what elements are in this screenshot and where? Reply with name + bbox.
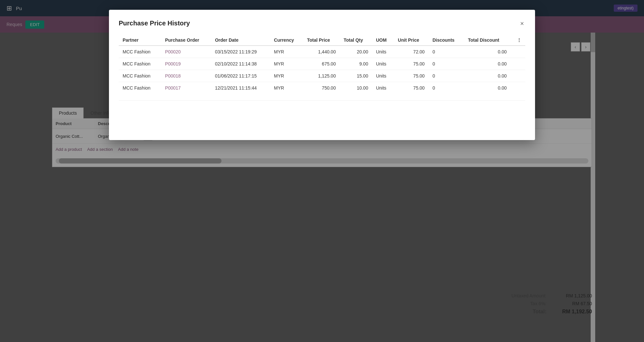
cell-total-price: 1,125.00 bbox=[303, 70, 340, 82]
modal-close-button[interactable]: × bbox=[519, 20, 525, 27]
cell-total-price: 1,440.00 bbox=[303, 46, 340, 58]
cell-partner: MCC Fashion bbox=[119, 46, 161, 58]
cell-total-qty: 9.00 bbox=[340, 58, 372, 70]
cell-currency: MYR bbox=[270, 46, 303, 58]
modal-header: Purchase Price History × bbox=[119, 20, 525, 27]
cell-purchase-order[interactable]: P00019 bbox=[161, 58, 211, 70]
cell-unit-price: 75.00 bbox=[394, 82, 428, 94]
table-header-row: Partner Purchase Order Order Date Curren… bbox=[119, 35, 525, 46]
table-row: MCC Fashion P00019 02/10/2022 11:14:38 M… bbox=[119, 58, 525, 70]
cell-total-qty: 20.00 bbox=[340, 46, 372, 58]
cell-uom: Units bbox=[372, 46, 394, 58]
cell-more bbox=[511, 46, 525, 58]
col-total-discount: Total Discount bbox=[464, 35, 511, 46]
cell-total-qty: 10.00 bbox=[340, 82, 372, 94]
cell-purchase-order[interactable]: P00020 bbox=[161, 46, 211, 58]
cell-discounts: 0 bbox=[429, 46, 464, 58]
cell-currency: MYR bbox=[270, 70, 303, 82]
col-unit-price: Unit Price bbox=[394, 35, 428, 46]
col-order-date: Order Date bbox=[211, 35, 270, 46]
cell-more bbox=[511, 82, 525, 94]
cell-partner: MCC Fashion bbox=[119, 58, 161, 70]
col-currency: Currency bbox=[270, 35, 303, 46]
price-history-table: Partner Purchase Order Order Date Curren… bbox=[119, 35, 525, 94]
modal-footer bbox=[119, 100, 525, 101]
col-partner: Partner bbox=[119, 35, 161, 46]
cell-total-price: 675.00 bbox=[303, 58, 340, 70]
col-uom: UOM bbox=[372, 35, 394, 46]
col-total-qty: Total Qty bbox=[340, 35, 372, 46]
cell-uom: Units bbox=[372, 82, 394, 94]
cell-discounts: 0 bbox=[429, 70, 464, 82]
cell-discounts: 0 bbox=[429, 82, 464, 94]
cell-order-date: 12/21/2021 11:15:44 bbox=[211, 82, 270, 94]
table-row: MCC Fashion P00018 01/06/2022 11:17:15 M… bbox=[119, 70, 525, 82]
modal-title: Purchase Price History bbox=[119, 20, 190, 27]
cell-more bbox=[511, 58, 525, 70]
cell-more bbox=[511, 70, 525, 82]
col-purchase-order: Purchase Order bbox=[161, 35, 211, 46]
cell-purchase-order[interactable]: P00018 bbox=[161, 70, 211, 82]
cell-order-date: 02/10/2022 11:14:38 bbox=[211, 58, 270, 70]
cell-total-price: 750.00 bbox=[303, 82, 340, 94]
cell-unit-price: 75.00 bbox=[394, 58, 428, 70]
cell-partner: MCC Fashion bbox=[119, 70, 161, 82]
modal: Purchase Price History × Partner Purchas… bbox=[109, 10, 535, 140]
cell-total-discount: 0.00 bbox=[464, 58, 511, 70]
col-discounts: Discounts bbox=[429, 35, 464, 46]
cell-unit-price: 75.00 bbox=[394, 70, 428, 82]
modal-overlay: Purchase Price History × Partner Purchas… bbox=[0, 0, 644, 342]
cell-total-discount: 0.00 bbox=[464, 46, 511, 58]
cell-uom: Units bbox=[372, 70, 394, 82]
cell-partner: MCC Fashion bbox=[119, 82, 161, 94]
cell-currency: MYR bbox=[270, 58, 303, 70]
cell-total-qty: 15.00 bbox=[340, 70, 372, 82]
cell-currency: MYR bbox=[270, 82, 303, 94]
col-more: ⋮ bbox=[511, 35, 525, 46]
cell-total-discount: 0.00 bbox=[464, 70, 511, 82]
col-total-price: Total Price bbox=[303, 35, 340, 46]
cell-unit-price: 72.00 bbox=[394, 46, 428, 58]
cell-order-date: 01/06/2022 11:17:15 bbox=[211, 70, 270, 82]
cell-uom: Units bbox=[372, 58, 394, 70]
table-row: MCC Fashion P00017 12/21/2021 11:15:44 M… bbox=[119, 82, 525, 94]
table-row: MCC Fashion P00020 03/15/2022 11:19:29 M… bbox=[119, 46, 525, 58]
cell-purchase-order[interactable]: P00017 bbox=[161, 82, 211, 94]
cell-discounts: 0 bbox=[429, 58, 464, 70]
cell-order-date: 03/15/2022 11:19:29 bbox=[211, 46, 270, 58]
cell-total-discount: 0.00 bbox=[464, 82, 511, 94]
